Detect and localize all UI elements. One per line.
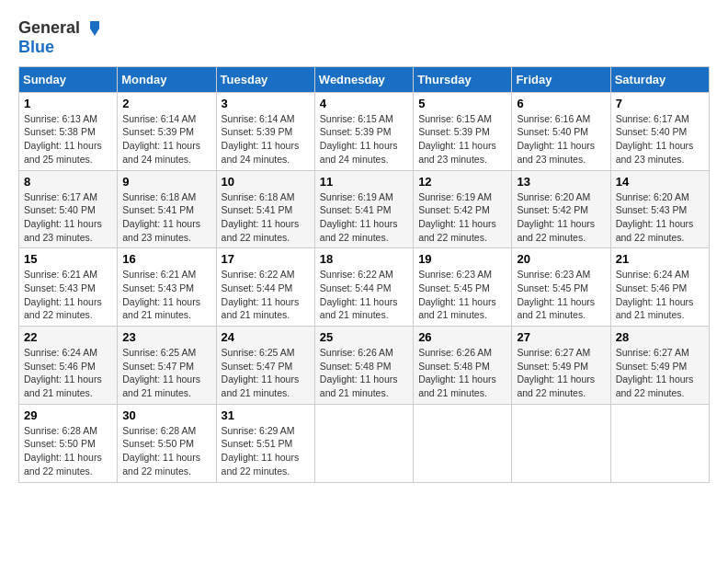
calendar-cell: 23Sunrise: 6:25 AMSunset: 5:47 PMDayligh…	[118, 327, 216, 405]
day-info: Sunrise: 6:23 AMSunset: 5:45 PMDaylight:…	[517, 268, 605, 322]
calendar-cell: 10Sunrise: 6:18 AMSunset: 5:41 PMDayligh…	[216, 170, 314, 248]
day-number: 15	[24, 252, 112, 266]
calendar-cell: 11Sunrise: 6:19 AMSunset: 5:41 PMDayligh…	[314, 170, 413, 248]
day-info: Sunrise: 6:29 AMSunset: 5:51 PMDaylight:…	[222, 424, 310, 478]
day-number: 16	[122, 252, 210, 266]
day-info: Sunrise: 6:28 AMSunset: 5:50 PMDaylight:…	[24, 424, 112, 478]
day-info: Sunrise: 6:25 AMSunset: 5:47 PMDaylight:…	[122, 346, 210, 400]
calendar-cell: 24Sunrise: 6:25 AMSunset: 5:47 PMDayligh…	[216, 327, 314, 405]
calendar-cell: 21Sunrise: 6:24 AMSunset: 5:46 PMDayligh…	[610, 248, 709, 327]
calendar-cell: 26Sunrise: 6:26 AMSunset: 5:48 PMDayligh…	[414, 327, 512, 405]
calendar-week-row: 29Sunrise: 6:28 AMSunset: 5:50 PMDayligh…	[19, 404, 710, 482]
calendar-cell: 15Sunrise: 6:21 AMSunset: 5:43 PMDayligh…	[19, 248, 118, 327]
calendar-header-row: SundayMondayTuesdayWednesdayThursdayFrid…	[19, 66, 710, 92]
calendar-cell: 12Sunrise: 6:19 AMSunset: 5:42 PMDayligh…	[414, 170, 512, 248]
day-number: 7	[616, 97, 704, 110]
day-info: Sunrise: 6:20 AMSunset: 5:43 PMDaylight:…	[616, 190, 704, 245]
calendar-cell	[414, 404, 512, 482]
day-number: 17	[222, 252, 310, 266]
svg-marker-0	[90, 21, 99, 29]
day-number: 5	[418, 97, 506, 110]
calendar-week-row: 8Sunrise: 6:17 AMSunset: 5:40 PMDaylight…	[19, 170, 710, 248]
calendar-table: SundayMondayTuesdayWednesdayThursdayFrid…	[18, 66, 710, 483]
day-info: Sunrise: 6:17 AMSunset: 5:40 PMDaylight:…	[24, 190, 112, 245]
day-info: Sunrise: 6:18 AMSunset: 5:41 PMDaylight:…	[122, 190, 210, 245]
day-number: 19	[418, 252, 506, 266]
calendar-cell	[314, 404, 413, 482]
day-info: Sunrise: 6:14 AMSunset: 5:39 PMDaylight:…	[122, 112, 210, 167]
day-info: Sunrise: 6:17 AMSunset: 5:40 PMDaylight:…	[616, 112, 704, 167]
calendar-cell: 5Sunrise: 6:15 AMSunset: 5:39 PMDaylight…	[414, 92, 512, 170]
day-of-week-header: Sunday	[19, 66, 118, 92]
day-of-week-header: Thursday	[414, 66, 512, 92]
day-of-week-header: Tuesday	[216, 66, 314, 92]
calendar-cell: 30Sunrise: 6:28 AMSunset: 5:50 PMDayligh…	[118, 404, 216, 482]
day-number: 22	[24, 330, 112, 344]
day-info: Sunrise: 6:13 AMSunset: 5:38 PMDaylight:…	[24, 112, 112, 167]
day-info: Sunrise: 6:27 AMSunset: 5:49 PMDaylight:…	[616, 346, 704, 400]
day-number: 20	[517, 252, 605, 266]
logo-container: General Blue	[18, 18, 103, 57]
day-number: 2	[122, 97, 210, 110]
calendar-cell: 3Sunrise: 6:14 AMSunset: 5:39 PMDaylight…	[216, 92, 314, 170]
day-info: Sunrise: 6:14 AMSunset: 5:39 PMDaylight:…	[222, 112, 310, 167]
day-number: 13	[517, 175, 605, 189]
day-info: Sunrise: 6:24 AMSunset: 5:46 PMDaylight:…	[616, 268, 704, 322]
day-info: Sunrise: 6:26 AMSunset: 5:48 PMDaylight:…	[418, 346, 506, 400]
calendar-cell: 22Sunrise: 6:24 AMSunset: 5:46 PMDayligh…	[19, 327, 118, 405]
day-number: 23	[122, 330, 210, 344]
day-of-week-header: Monday	[118, 66, 216, 92]
day-number: 27	[517, 330, 605, 344]
calendar-week-row: 22Sunrise: 6:24 AMSunset: 5:46 PMDayligh…	[19, 327, 710, 405]
day-info: Sunrise: 6:16 AMSunset: 5:40 PMDaylight:…	[517, 112, 605, 167]
day-number: 11	[320, 175, 408, 189]
logo: General Blue	[18, 18, 103, 57]
calendar-cell	[512, 404, 610, 482]
calendar-cell: 28Sunrise: 6:27 AMSunset: 5:49 PMDayligh…	[610, 327, 709, 405]
calendar-cell: 2Sunrise: 6:14 AMSunset: 5:39 PMDaylight…	[118, 92, 216, 170]
calendar-cell: 18Sunrise: 6:22 AMSunset: 5:44 PMDayligh…	[314, 248, 413, 327]
calendar-cell: 16Sunrise: 6:21 AMSunset: 5:43 PMDayligh…	[118, 248, 216, 327]
day-info: Sunrise: 6:23 AMSunset: 5:45 PMDaylight:…	[418, 268, 506, 322]
logo-general-text: General	[18, 19, 80, 38]
calendar-cell: 6Sunrise: 6:16 AMSunset: 5:40 PMDaylight…	[512, 92, 610, 170]
day-number: 25	[320, 330, 408, 344]
logo-blue-text: Blue	[18, 39, 103, 57]
day-number: 28	[616, 330, 704, 344]
day-info: Sunrise: 6:20 AMSunset: 5:42 PMDaylight:…	[517, 190, 605, 245]
calendar-cell: 13Sunrise: 6:20 AMSunset: 5:42 PMDayligh…	[512, 170, 610, 248]
calendar-week-row: 1Sunrise: 6:13 AMSunset: 5:38 PMDaylight…	[19, 92, 710, 170]
day-info: Sunrise: 6:25 AMSunset: 5:47 PMDaylight:…	[222, 346, 310, 400]
logo-arrow-icon	[83, 18, 103, 39]
day-of-week-header: Friday	[512, 66, 610, 92]
day-number: 26	[418, 330, 506, 344]
day-number: 4	[320, 97, 408, 110]
day-info: Sunrise: 6:22 AMSunset: 5:44 PMDaylight:…	[222, 268, 310, 322]
calendar-cell: 20Sunrise: 6:23 AMSunset: 5:45 PMDayligh…	[512, 248, 610, 327]
day-number: 31	[222, 408, 310, 422]
calendar-cell	[610, 404, 709, 482]
calendar-cell: 4Sunrise: 6:15 AMSunset: 5:39 PMDaylight…	[314, 92, 413, 170]
day-number: 24	[222, 330, 310, 344]
day-info: Sunrise: 6:15 AMSunset: 5:39 PMDaylight:…	[418, 112, 506, 167]
calendar-cell: 8Sunrise: 6:17 AMSunset: 5:40 PMDaylight…	[19, 170, 118, 248]
day-number: 3	[222, 97, 310, 110]
day-of-week-header: Saturday	[610, 66, 709, 92]
calendar-cell: 25Sunrise: 6:26 AMSunset: 5:48 PMDayligh…	[314, 327, 413, 405]
day-number: 18	[320, 252, 408, 266]
calendar-cell: 27Sunrise: 6:27 AMSunset: 5:49 PMDayligh…	[512, 327, 610, 405]
day-info: Sunrise: 6:28 AMSunset: 5:50 PMDaylight:…	[122, 424, 210, 478]
calendar-cell: 29Sunrise: 6:28 AMSunset: 5:50 PMDayligh…	[19, 404, 118, 482]
day-info: Sunrise: 6:19 AMSunset: 5:41 PMDaylight:…	[320, 190, 408, 245]
calendar-cell: 9Sunrise: 6:18 AMSunset: 5:41 PMDaylight…	[118, 170, 216, 248]
day-number: 8	[24, 175, 112, 189]
calendar-cell: 19Sunrise: 6:23 AMSunset: 5:45 PMDayligh…	[414, 248, 512, 327]
day-info: Sunrise: 6:21 AMSunset: 5:43 PMDaylight:…	[122, 268, 210, 322]
calendar-cell: 17Sunrise: 6:22 AMSunset: 5:44 PMDayligh…	[216, 248, 314, 327]
page-header: General Blue	[18, 18, 710, 57]
day-of-week-header: Wednesday	[314, 66, 413, 92]
day-number: 1	[24, 97, 112, 110]
svg-marker-1	[90, 29, 99, 36]
calendar-cell: 14Sunrise: 6:20 AMSunset: 5:43 PMDayligh…	[610, 170, 709, 248]
day-info: Sunrise: 6:26 AMSunset: 5:48 PMDaylight:…	[320, 346, 408, 400]
